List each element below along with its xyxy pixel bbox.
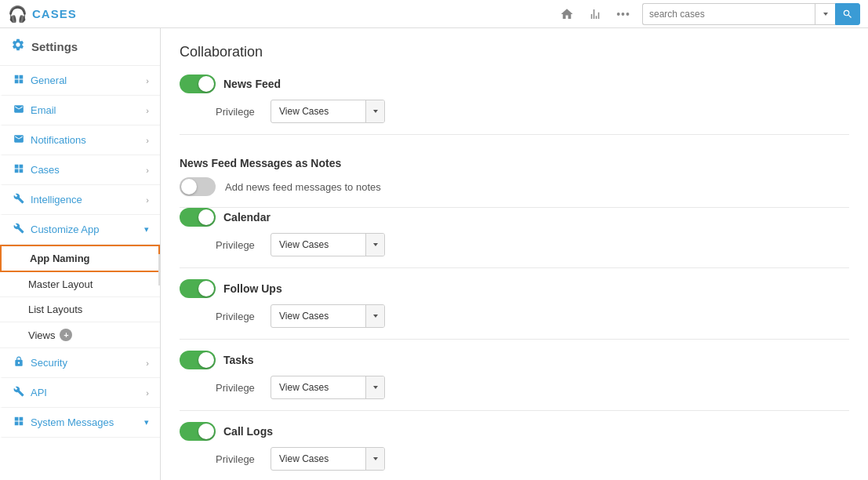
settings-header: Settings	[0, 28, 160, 66]
tasks-privilege-row: Privilege View Cases	[180, 376, 849, 399]
sidebar-item-cases-label: Cases	[31, 164, 60, 176]
follow-ups-toggle[interactable]	[180, 279, 216, 298]
api-chevron-icon: ›	[146, 388, 149, 398]
top-nav: 🎧 CASES •••	[0, 0, 868, 28]
call-logs-dropdown-arrow[interactable]	[365, 448, 384, 470]
sidebar-item-email-label: Email	[31, 104, 56, 116]
intelligence-icon	[13, 193, 24, 206]
tasks-privilege-dropdown[interactable]: View Cases	[271, 376, 385, 399]
calendar-dropdown-arrow[interactable]	[365, 234, 384, 256]
sidebar-item-email[interactable]: Email ›	[0, 96, 160, 125]
list-layouts-label: List Layouts	[28, 304, 82, 315]
sidebar-item-api[interactable]: API ›	[0, 378, 160, 408]
sidebar-collapse-handle[interactable]: ‹	[158, 254, 161, 285]
news-feed-notes-title: News Feed Messages as Notes	[180, 157, 849, 169]
calendar-privilege-value: View Cases	[271, 235, 365, 254]
follow-ups-section: Follow Ups Privilege View Cases	[180, 279, 849, 340]
settings-title: Settings	[31, 40, 78, 53]
call-logs-privilege-value: View Cases	[271, 449, 365, 468]
content-area: Collaboration News Feed Privilege View C…	[161, 28, 868, 480]
sidebar-item-security[interactable]: Security ›	[0, 348, 160, 378]
security-icon	[13, 356, 24, 369]
news-feed-toggle[interactable]	[180, 75, 216, 93]
more-button[interactable]: •••	[611, 2, 636, 26]
follow-ups-privilege-value: View Cases	[271, 307, 365, 325]
news-feed-privilege-dropdown[interactable]: View Cases	[271, 100, 385, 123]
follow-ups-header: Follow Ups	[180, 279, 849, 298]
call-logs-toggle[interactable]	[180, 422, 216, 441]
tasks-privilege-label: Privilege	[216, 382, 263, 394]
calendar-title: Calendar	[223, 211, 271, 224]
sidebar-subitem-views[interactable]: Views +	[0, 322, 160, 348]
system-messages-chevron-icon: ▾	[144, 417, 149, 427]
system-messages-icon	[13, 416, 24, 429]
views-plus-icon[interactable]: +	[60, 329, 72, 341]
tasks-privilege-value: View Cases	[271, 378, 365, 397]
search-container	[642, 3, 860, 25]
news-feed-toggle-knob	[198, 76, 214, 92]
security-chevron-icon: ›	[146, 358, 149, 368]
follow-ups-privilege-dropdown[interactable]: View Cases	[271, 304, 385, 328]
news-feed-section: News Feed Privilege View Cases	[180, 75, 849, 135]
tasks-section: Tasks Privilege View Cases	[180, 351, 849, 411]
sidebar-item-notifications[interactable]: Notifications ›	[0, 125, 160, 155]
sidebar-item-api-label: API	[31, 387, 47, 398]
calendar-privilege-row: Privilege View Cases	[180, 233, 849, 256]
home-button[interactable]	[554, 2, 579, 26]
news-feed-privilege-label: Privilege	[216, 106, 263, 118]
intelligence-chevron-icon: ›	[146, 195, 149, 205]
calendar-privilege-dropdown[interactable]: View Cases	[271, 233, 385, 256]
sidebar-subitem-master-layout[interactable]: Master Layout	[0, 272, 160, 297]
master-layout-label: Master Layout	[28, 278, 93, 290]
tasks-toggle[interactable]	[180, 351, 216, 369]
logo-icon: 🎧	[8, 5, 27, 24]
sidebar-item-notifications-label: Notifications	[31, 134, 86, 146]
search-dropdown-button[interactable]	[815, 3, 835, 25]
news-feed-notes-label: Add news feed messages to notes	[225, 181, 381, 193]
main-layout: Settings General › Email ›	[0, 28, 868, 480]
search-input[interactable]	[642, 3, 815, 25]
calendar-header: Calendar	[180, 208, 849, 227]
cases-icon	[13, 163, 24, 176]
follow-ups-title: Follow Ups	[223, 282, 282, 295]
sidebar-item-general[interactable]: General ›	[0, 66, 160, 96]
news-feed-notes-row: Add news feed messages to notes	[180, 177, 849, 196]
call-logs-privilege-row: Privilege View Cases	[180, 447, 849, 471]
call-logs-privilege-label: Privilege	[216, 453, 263, 465]
sidebar-item-system-messages-label: System Messages	[31, 416, 114, 428]
search-go-button[interactable]	[835, 3, 860, 25]
sidebar-subitem-list-layouts[interactable]: List Layouts	[0, 297, 160, 322]
sidebar-item-cases[interactable]: Cases ›	[0, 155, 160, 185]
tasks-dropdown-arrow[interactable]	[365, 376, 384, 398]
general-icon	[13, 74, 24, 87]
calendar-toggle-knob	[198, 209, 214, 225]
notifications-chevron-icon: ›	[146, 136, 149, 145]
app-name: CASES	[32, 7, 77, 20]
email-icon	[13, 104, 24, 117]
follow-ups-dropdown-arrow[interactable]	[365, 305, 384, 327]
call-logs-title: Call Logs	[223, 425, 273, 438]
api-icon	[13, 386, 24, 399]
settings-gear-icon	[11, 38, 25, 56]
news-feed-notes-toggle-knob	[181, 179, 197, 195]
sidebar-item-intelligence[interactable]: Intelligence ›	[0, 185, 160, 215]
calendar-toggle[interactable]	[180, 208, 216, 227]
follow-ups-toggle-knob	[198, 281, 214, 296]
sidebar-item-intelligence-label: Intelligence	[31, 194, 82, 205]
news-feed-dropdown-arrow[interactable]	[365, 100, 384, 122]
call-logs-privilege-dropdown[interactable]: View Cases	[271, 447, 385, 471]
tasks-title: Tasks	[223, 354, 254, 366]
sidebar-item-customize-app[interactable]: Customize App ▾	[0, 215, 160, 245]
nav-icons: •••	[554, 2, 636, 26]
page-title: Collaboration	[180, 44, 849, 60]
general-chevron-icon: ›	[146, 76, 149, 85]
chart-button[interactable]	[583, 2, 608, 26]
calendar-privilege-label: Privilege	[216, 239, 263, 251]
sidebar-item-customize-app-label: Customize App	[31, 224, 99, 235]
news-feed-notes-toggle[interactable]	[180, 177, 216, 196]
tasks-toggle-knob	[198, 352, 214, 368]
sidebar-subitem-app-naming[interactable]: App Naming	[0, 245, 160, 272]
sidebar-item-system-messages[interactable]: System Messages ▾	[0, 408, 160, 438]
cases-chevron-icon: ›	[146, 165, 149, 175]
call-logs-header: Call Logs	[180, 422, 849, 441]
